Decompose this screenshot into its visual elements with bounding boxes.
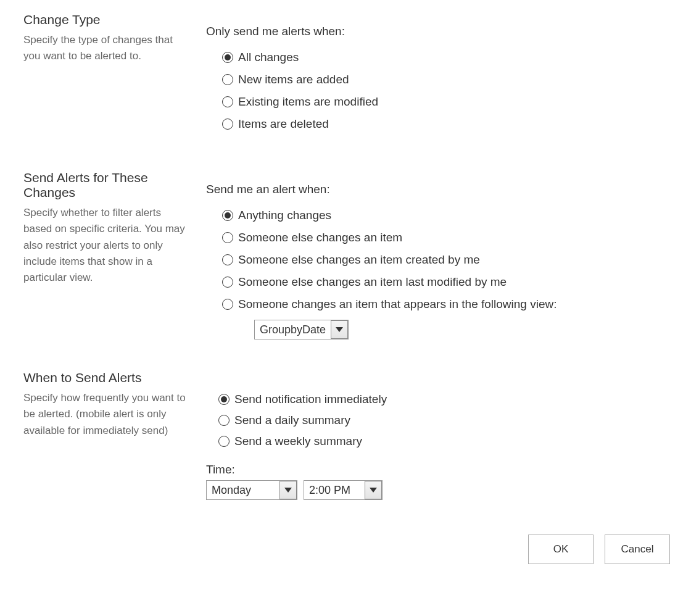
radio-label: New items are added (238, 73, 349, 86)
svg-marker-2 (370, 488, 377, 493)
section-right: Send me an alert when: Anything changes … (206, 170, 691, 339)
radio-option-someone-else-modified-by-me[interactable]: Someone else changes an item last modifi… (222, 275, 691, 289)
section-right: Send notification immediately Send a dai… (206, 370, 691, 500)
section-title: Change Type (23, 12, 189, 27)
radio-option-anything-changes[interactable]: Anything changes (222, 209, 691, 222)
radio-group-send-for-changes: Anything changes Someone else changes an… (206, 209, 691, 339)
section-change-type: Change Type Specify the type of changes … (0, 0, 691, 158)
radio-icon[interactable] (222, 232, 233, 243)
section-when-to-send: When to Send Alerts Specify how frequent… (0, 358, 691, 518)
cancel-button[interactable]: Cancel (605, 535, 670, 564)
radio-option-all-changes[interactable]: All changes (222, 51, 691, 64)
radio-option-daily-summary[interactable]: Send a daily summary (218, 414, 691, 427)
section-title: Send Alerts for These Changes (23, 170, 189, 200)
radio-icon[interactable] (222, 299, 233, 310)
radio-icon[interactable] (222, 74, 233, 85)
radio-icon[interactable] (218, 415, 230, 426)
time-selects-row: Monday 2:00 PM (206, 480, 691, 500)
radio-option-appears-in-view[interactable]: Someone changes an item that appears in … (222, 298, 691, 311)
chevron-down-icon[interactable] (365, 481, 382, 499)
svg-marker-1 (284, 488, 292, 493)
radio-label: Existing items are modified (238, 95, 378, 109)
section-description: Specify the type of changes that you wan… (23, 32, 189, 65)
radio-option-someone-else-changes[interactable]: Someone else changes an item (222, 231, 691, 244)
section-description: Specify how frequently you want to be al… (23, 390, 189, 439)
time-select[interactable]: 2:00 PM (304, 480, 383, 500)
chevron-down-icon[interactable] (331, 320, 348, 339)
section-left: Send Alerts for These Changes Specify wh… (23, 170, 206, 286)
radio-icon[interactable] (222, 119, 233, 130)
select-value: 2:00 PM (304, 484, 365, 497)
radio-icon[interactable] (222, 210, 233, 221)
radio-icon[interactable] (222, 96, 233, 107)
radio-label: Someone else changes an item created by … (238, 253, 480, 267)
prompt-text: Only send me alerts when: (206, 25, 691, 38)
section-title: When to Send Alerts (23, 370, 189, 385)
select-value: Monday (207, 484, 279, 497)
radio-icon[interactable] (222, 52, 233, 63)
section-left: Change Type Specify the type of changes … (23, 12, 206, 65)
radio-option-items-deleted[interactable]: Items are deleted (222, 117, 691, 131)
ok-button[interactable]: OK (528, 535, 594, 564)
day-select[interactable]: Monday (206, 480, 297, 500)
radio-option-immediately[interactable]: Send notification immediately (218, 393, 691, 406)
buttons-row: OK Cancel (0, 518, 691, 570)
radio-option-existing-modified[interactable]: Existing items are modified (222, 95, 691, 109)
radio-icon[interactable] (222, 277, 233, 288)
radio-icon[interactable] (222, 254, 233, 265)
section-description: Specify whether to filter alerts based o… (23, 205, 189, 286)
radio-group-change-type: All changes New items are added Existing… (206, 51, 691, 131)
radio-group-when-to-send: Send notification immediately Send a dai… (206, 393, 691, 448)
radio-option-someone-else-created-by-me[interactable]: Someone else changes an item created by … (222, 253, 691, 267)
radio-label: Someone else changes an item last modifi… (238, 275, 507, 289)
radio-label: Anything changes (238, 209, 331, 222)
svg-marker-0 (336, 327, 343, 332)
radio-icon[interactable] (218, 394, 230, 405)
radio-label: Items are deleted (238, 117, 329, 131)
radio-label: Someone changes an item that appears in … (238, 298, 557, 311)
radio-label: Send notification immediately (234, 393, 387, 406)
section-send-for-changes: Send Alerts for These Changes Specify wh… (0, 158, 691, 358)
section-right: Only send me alerts when: All changes Ne… (206, 12, 691, 139)
radio-label: Send a weekly summary (234, 435, 362, 448)
view-select-wrap: GroupbyDate (254, 320, 691, 339)
section-left: When to Send Alerts Specify how frequent… (23, 370, 206, 439)
view-select[interactable]: GroupbyDate (254, 320, 349, 339)
select-value: GroupbyDate (255, 323, 331, 336)
radio-option-weekly-summary[interactable]: Send a weekly summary (218, 435, 691, 448)
radio-label: Send a daily summary (234, 414, 350, 427)
time-block: Time: Monday 2:00 PM (206, 463, 691, 500)
chevron-down-icon[interactable] (279, 481, 297, 499)
radio-icon[interactable] (218, 436, 230, 447)
time-label: Time: (206, 463, 691, 477)
radio-label: All changes (238, 51, 299, 64)
prompt-text: Send me an alert when: (206, 183, 691, 196)
radio-option-new-items[interactable]: New items are added (222, 73, 691, 86)
radio-label: Someone else changes an item (238, 231, 402, 244)
